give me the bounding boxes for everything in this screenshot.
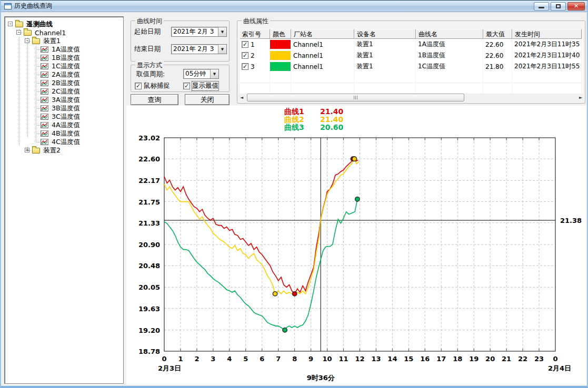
row-checkbox[interactable]: ✓: [242, 52, 248, 59]
tree-guide: [15, 45, 23, 54]
tree-item-4A温度值[interactable]: 4A温度值: [6, 121, 122, 129]
curve-icon: [41, 130, 48, 137]
tree-item-3B温度值[interactable]: 3B温度值: [6, 104, 122, 113]
scrollbar-thumb[interactable]: [247, 94, 464, 101]
crosshair-value-label: 21.38: [560, 217, 582, 224]
end-date-dropdown-icon[interactable]: ▼: [218, 45, 226, 54]
tree-item-2A温度值[interactable]: 2A温度值: [6, 70, 122, 79]
tree-connector: [32, 45, 40, 54]
series-curve-1: [164, 159, 358, 294]
y-tick-label: 21.33: [138, 219, 160, 227]
sample-period-dropdown-icon[interactable]: ▼: [210, 69, 218, 78]
tree-item-2B温度值[interactable]: 2B温度值: [6, 79, 122, 87]
tree-guide: [23, 62, 32, 70]
row-time-cell: 2021年2月3日11时35: [512, 39, 582, 50]
query-button[interactable]: 查询: [131, 94, 178, 105]
tree-item-4C温度值[interactable]: 4C温度值: [6, 138, 122, 146]
sample-period-select[interactable]: 05分钟 ▼: [183, 69, 219, 79]
x-tick-label: 3: [211, 355, 215, 363]
tree-item-label: 1B温度值: [51, 54, 81, 63]
column-header-厂站名[interactable]: 厂站名: [291, 29, 354, 39]
column-header-曲线名[interactable]: 曲线名: [416, 29, 483, 39]
row-station-cell: Channel1: [291, 50, 354, 61]
tree-guide: [23, 104, 32, 113]
start-date-dropdown-icon[interactable]: ▼: [218, 27, 226, 36]
tree-connector: -: [23, 37, 32, 45]
close-button[interactable]: ✕: [567, 2, 585, 11]
chart-legend: 曲线121.40曲线221.40曲线320.60: [284, 108, 343, 131]
curve-icon: [41, 46, 48, 53]
tree-item-1C温度值[interactable]: 1C温度值: [6, 62, 122, 70]
x-tick-label: 5: [243, 355, 248, 363]
tree-connector: +: [23, 146, 32, 155]
curve-properties-table: 索引号颜色厂站名设备名曲线名最大值发生时间✓1Channel1装置11A温度值2…: [240, 29, 583, 94]
tree-guide: [6, 129, 15, 138]
tree-item-装置2[interactable]: +装置2: [6, 146, 122, 155]
tree-guide: [15, 113, 23, 121]
curve-icon: [41, 105, 48, 111]
row-checkbox[interactable]: ✓: [242, 63, 248, 70]
tree-collapse-icon[interactable]: -: [25, 38, 29, 43]
tree-guide: [15, 138, 23, 146]
tree-item-1A温度值[interactable]: 1A温度值: [6, 45, 122, 54]
tree-item-label: 遥测曲线: [25, 20, 54, 29]
tree-item-1B温度值[interactable]: 1B温度值: [6, 54, 122, 62]
table-row[interactable]: ✓3Channel1装置11C温度值21.802021年2月3日11时55: [240, 61, 583, 72]
column-header-设备名[interactable]: 设备名: [354, 29, 416, 39]
column-header-索引号[interactable]: 索引号: [240, 29, 270, 39]
row-curve-cell: 1A温度值: [416, 39, 483, 50]
mouse-capture-checkmark-icon[interactable]: ✓: [135, 83, 142, 89]
column-header-发生时间[interactable]: 发生时间: [512, 29, 582, 39]
tree-guide: [23, 54, 32, 62]
row-checkbox[interactable]: ✓: [242, 41, 248, 48]
x-tick-label: 14: [387, 355, 397, 363]
mouse-capture-checkbox[interactable]: ✓ 鼠标捕捉: [135, 81, 170, 90]
tree-guide: [23, 121, 32, 129]
crosshair-time-label: 9时36分: [307, 374, 335, 382]
tree-item-2C温度值[interactable]: 2C温度值: [6, 87, 122, 96]
x-tick-label: 0: [553, 355, 557, 363]
tree-item-遥测曲线[interactable]: -遥测曲线: [6, 20, 122, 28]
close-dialog-button[interactable]: 关闭: [185, 94, 230, 105]
table-empty-row: [240, 83, 583, 94]
curve-icon: [41, 88, 48, 95]
tree-collapse-icon[interactable]: -: [16, 30, 21, 35]
legend-row-3: 曲线320.60: [284, 124, 343, 131]
tree-expand-icon[interactable]: +: [25, 148, 29, 152]
show-extremes-checkbox[interactable]: ✓ 显示最值: [183, 81, 218, 90]
tree-collapse-icon[interactable]: -: [8, 22, 13, 26]
end-date-select[interactable]: 2021年 2月 3 ▼: [171, 44, 227, 54]
tree-item-Channel1[interactable]: -Channel1: [6, 28, 122, 37]
start-date-select[interactable]: 2021年 2月 3 ▼: [171, 27, 227, 37]
table-empty-row: [240, 72, 583, 83]
tree-item-4B温度值[interactable]: 4B温度值: [6, 129, 122, 138]
y-tick-label: 22.60: [138, 155, 160, 163]
show-extremes-checkmark-icon[interactable]: ✓: [183, 83, 190, 89]
window-title: 历史曲线查询: [14, 2, 52, 11]
tree-item-3A温度值[interactable]: 3A温度值: [6, 96, 122, 104]
scrollbar-right-icon[interactable]: ►: [577, 95, 584, 100]
scrollbar-left-icon[interactable]: ◄: [238, 95, 245, 100]
column-header-最大值[interactable]: 最大值: [483, 29, 512, 39]
x-tick-label: 23: [534, 355, 544, 363]
table-row[interactable]: ✓2Channel1装置11B温度值22.602021年2月3日11时40: [240, 50, 583, 61]
empty-cell: [240, 83, 270, 94]
telemetry-curve-tree[interactable]: -遥测曲线-Channel1-装置11A温度值1B温度值1C温度值2A温度值2B…: [4, 16, 124, 384]
history-curve-chart[interactable]: 23.0222.6022.1721.7521.3320.9020.4820.05…: [133, 131, 588, 386]
row-device-cell: 装置1: [354, 39, 416, 50]
restore-button[interactable]: [551, 2, 566, 11]
row-time-cell: 2021年2月3日11时55: [512, 61, 582, 72]
table-horizontal-scrollbar[interactable]: ◄ ►: [238, 94, 584, 101]
x-tick-label: 1: [178, 355, 183, 363]
mouse-capture-label: 鼠标捕捉: [144, 81, 170, 90]
tree-guide: [6, 28, 15, 37]
tree-item-装置1[interactable]: -装置1: [6, 37, 122, 45]
minimize-button[interactable]: [534, 2, 549, 11]
curve-color-swatch: [270, 40, 291, 49]
tree-item-3C温度值[interactable]: 3C温度值: [6, 113, 122, 121]
tree-guide: [15, 121, 23, 129]
tree-item-label: 4B温度值: [51, 129, 81, 138]
table-row[interactable]: ✓1Channel1装置11A温度值22.602021年2月3日11时35: [240, 39, 583, 50]
column-header-颜色[interactable]: 颜色: [270, 29, 291, 39]
x-date-right-label: 2月4日: [548, 364, 571, 372]
